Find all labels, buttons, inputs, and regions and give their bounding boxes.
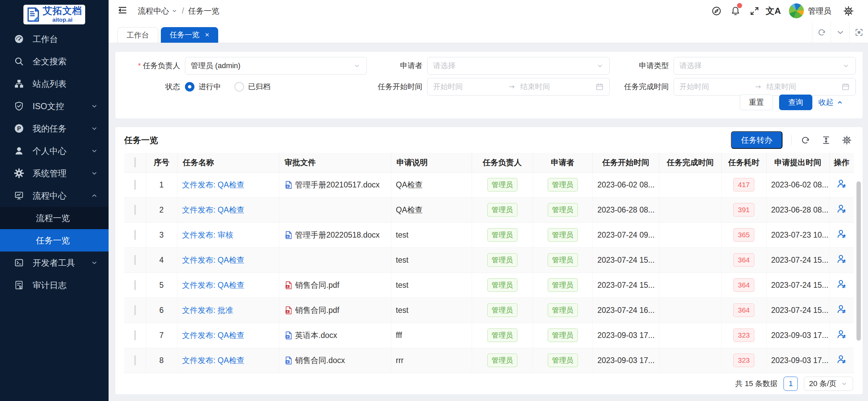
sidebar-item-workbench[interactable]: 工作台 [0,28,109,50]
row-checkbox[interactable] [134,180,136,190]
tab-workbench[interactable]: 工作台 [117,27,158,43]
applicant-select[interactable]: 请选择 [427,57,610,75]
sidebar-item-my-tasks[interactable]: P我的任务 [0,117,109,140]
cell-index: 4 [146,247,177,273]
user-avatar[interactable] [789,3,804,18]
row-height-icon[interactable] [821,135,831,145]
row-checkbox[interactable] [134,355,136,365]
cell-actions [829,298,854,323]
sidebar-item-fulltext-search[interactable]: 全文搜索 [0,50,109,73]
task-name-link[interactable]: 文件发布: 批准 [182,306,233,315]
cell-apply-desc: rrr [391,348,472,373]
cell-submit-time: 2023-07-24 15... [766,247,829,273]
chevron-down-icon[interactable] [831,22,849,43]
row-checkbox[interactable] [134,205,136,215]
collapse-filter-link[interactable]: 收起 [818,97,844,107]
transfer-user-icon[interactable] [836,204,847,214]
tabbar: 工作台任务一览× [109,22,868,43]
apply-type-select[interactable]: 请选择 [674,57,856,75]
cell-approval-file: W管理手册20220518.docx [279,222,391,247]
sidebar-item-system-management[interactable]: 系统管理 [0,162,109,184]
status-radio-archived[interactable]: 已归档 [234,82,270,92]
search-button[interactable]: 查询 [779,95,812,110]
refresh-icon[interactable] [812,22,831,43]
row-checkbox[interactable] [134,305,136,315]
file-name[interactable]: 销售合同.docx [295,355,345,366]
column-header: 序号 [146,153,177,172]
sidebar-item-process-center[interactable]: 流程中心 [0,184,109,207]
task-start-daterange[interactable]: 开始时间 结束时间 [427,78,610,96]
task-finish-daterange[interactable]: 开始时间 结束时间 [674,78,856,96]
username-label[interactable]: 管理员 [808,6,831,16]
column-settings-gear-icon[interactable] [842,135,852,145]
sidebar-item-site-list[interactable]: 站点列表 [0,73,109,95]
transfer-user-icon[interactable] [836,254,847,264]
task-name-link[interactable]: 文件发布: QA检查 [182,256,245,264]
cell-applicant: 管理员 [533,323,592,348]
transfer-user-icon[interactable] [836,329,847,339]
word-file-icon: W [284,331,293,340]
task-name-link[interactable]: 文件发布: QA检查 [182,180,245,189]
task-transfer-button[interactable]: 任务转办 [731,131,782,149]
cell-submit-time: 2023-07-24 15... [766,273,829,298]
transfer-user-icon[interactable] [836,179,847,189]
row-checkbox[interactable] [134,230,136,240]
row-checkbox[interactable] [134,280,136,290]
maximize-frame-icon[interactable] [849,22,868,43]
row-checkbox[interactable] [134,255,136,265]
brand-logo[interactable]: 艾拓文档 aitop.ai [23,5,85,24]
select-all-checkbox[interactable] [134,157,136,167]
status-radio-ongoing[interactable]: 进行中 [185,82,221,92]
file-name[interactable]: 管理手册20220518.docx [295,230,380,240]
transfer-user-icon[interactable] [836,279,847,289]
row-checkbox[interactable] [134,330,136,340]
chevron-down-icon [596,62,604,70]
notification-bell-icon[interactable] [726,6,745,16]
owner-select[interactable]: 管理员 (admin) [185,57,367,75]
column-header: 操作 [829,153,854,172]
task-name-link[interactable]: 文件发布: QA检查 [182,331,245,340]
close-icon[interactable]: × [205,31,209,39]
task-name-link[interactable]: 文件发布: 审核 [182,230,233,239]
cell-duration: 391 [721,197,766,222]
column-header: 申请者 [533,153,592,172]
cell-start-time: 2023-09-03 17... [592,323,659,348]
task-name-link[interactable]: 文件发布: QA检查 [182,356,245,365]
sidebar-item-iso-doc-control[interactable]: ISO文控 [0,95,109,117]
cell-owner: 管理员 [472,222,533,247]
transfer-user-icon[interactable] [836,354,847,364]
task-name-link[interactable]: 文件发布: QA检查 [182,281,245,289]
duration-tag: 364 [733,303,754,317]
file-name[interactable]: 销售合同.pdf [295,305,339,316]
reset-button[interactable]: 重置 [740,95,773,110]
table-row: 2文件发布: QA检查QA检查管理员管理员2023-06-28 08...391… [124,197,854,222]
refresh-icon[interactable] [800,135,810,145]
vertical-scrollbar[interactable] [856,181,861,341]
sidebar-item-audit-log[interactable]: 审计日志 [0,274,109,296]
sidebar-collapse-icon[interactable] [117,5,129,17]
sidebar-item-personal-center[interactable]: 个人中心 [0,140,109,162]
language-translate-icon[interactable]: 文A [764,5,783,17]
fullscreen-icon[interactable] [745,6,764,16]
task-name-link[interactable]: 文件发布: QA检查 [182,205,245,214]
sidebar-menu: 工作台全文搜索站点列表ISO文控P我的任务个人中心系统管理流程中心流程一览任务一… [0,28,109,296]
apply-type-placeholder: 请选择 [679,61,702,71]
sidebar-item-process-list[interactable]: 流程一览 [0,207,109,229]
transfer-user-icon[interactable] [836,304,847,314]
compass-icon[interactable] [707,6,726,16]
file-name[interactable]: 英语本.docx [295,330,337,341]
table-row: 6文件发布: 批准A销售合同.pdftest管理员管理员2023-07-24 1… [124,298,854,323]
breadcrumb-parent[interactable]: 流程中心 [138,6,178,16]
sidebar-item-label: 系统管理 [33,168,90,179]
settings-gear-icon[interactable] [839,6,858,16]
pagination-page-1[interactable]: 1 [784,377,798,391]
transfer-user-icon[interactable] [836,229,847,239]
cell-index: 1 [146,172,177,197]
sidebar-item-task-list[interactable]: 任务一览 [0,229,109,252]
tab-task-list[interactable]: 任务一览× [161,27,218,43]
page-size-select[interactable]: 20 条/页 [804,377,853,391]
sidebar-item-developer-tools[interactable]: 开发者工具 [0,252,109,274]
cell-actions [829,348,854,373]
file-name[interactable]: 管理手册20210517.docx [295,180,380,190]
file-name[interactable]: 销售合同.pdf [295,280,339,290]
